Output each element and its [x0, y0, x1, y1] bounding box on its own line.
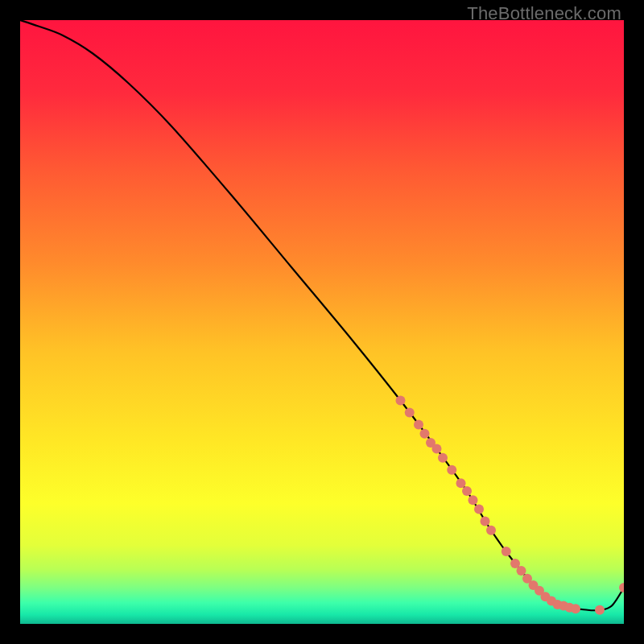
curve-marker	[571, 604, 580, 613]
curve-marker	[456, 478, 466, 488]
curve-marker	[469, 495, 478, 505]
curve-marker	[502, 547, 511, 556]
curve-marker	[405, 408, 415, 418]
curve-marker	[396, 396, 406, 406]
chart-stage: TheBottleneck.com	[0, 0, 644, 644]
curve-marker	[595, 605, 605, 615]
curve-marker	[438, 453, 448, 463]
curve-marker	[462, 486, 472, 496]
curve-marker	[486, 526, 496, 535]
bottleneck-chart	[20, 20, 624, 624]
curve-marker	[420, 429, 430, 439]
curve-marker	[414, 420, 423, 430]
curve-marker	[517, 566, 526, 576]
curve-marker	[447, 465, 456, 475]
curve-marker	[432, 444, 442, 454]
curve-marker	[481, 517, 490, 526]
curve-marker	[474, 505, 484, 514]
gradient-background	[20, 20, 624, 624]
